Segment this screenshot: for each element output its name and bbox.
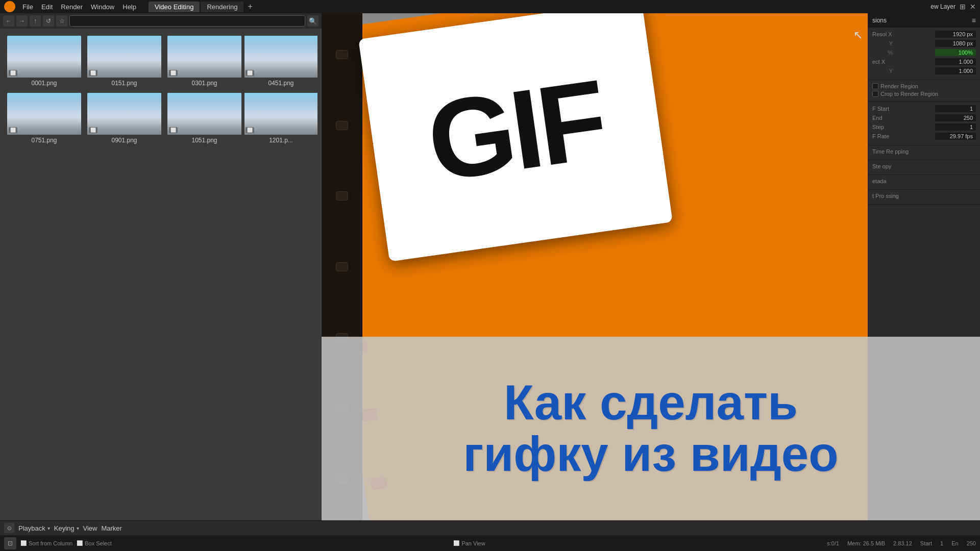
list-item[interactable]: ⬜ 0751.png	[4, 90, 84, 147]
props-header: sions ≡	[868, 13, 980, 28]
props-resolution-pct-value[interactable]: 100%	[935, 49, 976, 56]
view-menu-label[interactable]: View	[83, 524, 97, 532]
thumb-name-0901: 0901.png	[111, 137, 137, 144]
props-resolution-x-value[interactable]: 1920 px	[935, 31, 976, 38]
props-stereoscopy-row: Ste opy	[872, 163, 976, 169]
menu-file[interactable]: File	[18, 2, 37, 12]
crop-render-label: Crop to Render Region	[880, 91, 938, 97]
thumb-name-0751: 0751.png	[31, 137, 57, 144]
props-menu-button[interactable]: ≡	[972, 16, 976, 24]
thumb-1051: ⬜	[167, 93, 241, 135]
box-select-icon: ⬜	[77, 540, 83, 546]
thumb-name-0151: 0151.png	[111, 80, 137, 87]
list-item[interactable]: ⬜ 0001.png	[4, 33, 84, 90]
props-metadata-section: etada	[868, 175, 980, 190]
props-metadata-row: etada	[872, 178, 976, 184]
props-resolution-pct-row: % 100%	[872, 49, 976, 56]
list-item[interactable]: ⬜ 1051.png	[164, 90, 244, 147]
render-region-checkbox[interactable]	[872, 83, 878, 89]
thumb-0301: ⬜	[167, 36, 241, 78]
fb-nav-up[interactable]: ↑	[30, 15, 41, 27]
props-aspect-y-label: Y	[872, 68, 893, 74]
thumb-0151: ⬜	[87, 36, 161, 78]
timeline-panel-icon[interactable]: ⊙	[4, 523, 14, 533]
top-menubar: File Edit Render Window Help Video Editi…	[0, 0, 980, 13]
props-aspect-x-value[interactable]: 1.000	[935, 58, 976, 65]
props-frame-rate-value[interactable]: 29.97 fps	[935, 133, 976, 140]
props-frame-start-label: F Start	[872, 106, 889, 112]
props-aspect-y-row: Y 1.000	[872, 67, 976, 74]
fb-nav-forward[interactable]: →	[16, 15, 28, 27]
workspace-rendering[interactable]: Rendering	[201, 2, 243, 12]
props-frame-end-label: End	[872, 115, 883, 121]
props-time-remapping-section: Time Re pping	[868, 145, 980, 160]
film-hole	[336, 262, 348, 271]
fb-nav-refresh[interactable]: ↺	[43, 15, 54, 27]
list-item[interactable]: ⬜ 1201.p...	[244, 90, 317, 147]
thumb-name-1051: 1051.png	[191, 137, 217, 144]
props-frame-step-label: Step	[872, 124, 884, 130]
list-item[interactable]: ⬜ 0901.png	[84, 90, 164, 147]
props-frame-rate-label: F Rate	[872, 133, 889, 139]
props-frame-end-value[interactable]: 250	[935, 114, 976, 121]
fb-nav-bookmark[interactable]: ☆	[56, 15, 67, 27]
crop-render-row: Crop to Render Region	[872, 91, 976, 97]
thumb-0451: ⬜	[244, 36, 317, 78]
keying-section: Keying ▾	[54, 524, 79, 532]
crop-render-checkbox[interactable]	[872, 91, 878, 97]
film-hole	[336, 191, 348, 201]
keying-arrow: ▾	[77, 525, 79, 531]
menu-render[interactable]: Render	[57, 2, 87, 12]
fb-search-button[interactable]: 🔍	[307, 15, 318, 27]
fb-nav-back[interactable]: ←	[3, 15, 14, 27]
timeline-toolbar: ⊙ Playback ▾ Keying ▾ View Marker	[0, 521, 980, 535]
props-frame-start-row: F Start 1	[872, 105, 976, 112]
status-end-label: En	[951, 540, 958, 546]
fb-path-input[interactable]	[69, 15, 305, 27]
status-render-mem: 2.83.12	[893, 540, 912, 546]
workspace-video-editing[interactable]: Video Editing	[149, 2, 200, 12]
menu-edit[interactable]: Edit	[37, 2, 57, 12]
workspace-add[interactable]: +	[244, 2, 255, 11]
view-layer-expand-icon[interactable]: ⊞	[960, 3, 966, 11]
props-aspect-x-row: ect X 1.000	[872, 58, 976, 65]
blender-logo	[4, 1, 15, 12]
box-select-label[interactable]: Box Select	[85, 540, 112, 546]
props-frame-step-value[interactable]: 1	[935, 123, 976, 131]
sort-from-column-label[interactable]: Sort from Column	[29, 540, 72, 546]
keying-label[interactable]: Keying	[54, 524, 75, 532]
thumb-name-0301: 0301.png	[191, 80, 217, 87]
file-browser-panel: ← → ↑ ↺ ☆ 🔍 ⬜ 0001.png ⬜ 0151.png ⬜	[0, 13, 322, 520]
menu-window[interactable]: Window	[87, 2, 118, 12]
playback-label[interactable]: Playback	[18, 524, 45, 532]
snapshot-icon[interactable]: ⊡	[4, 537, 16, 549]
render-region-row: Render Region	[872, 83, 976, 89]
props-post-processing-label: t Pro ssing	[872, 193, 899, 199]
status-frames: s:0/1	[827, 540, 839, 546]
props-frame-start-value[interactable]: 1	[935, 105, 976, 112]
render-region-label: Render Region	[880, 83, 918, 89]
pan-view-section: ⬜ Pan View	[453, 540, 485, 546]
thumb-name-0451: 0451.png	[268, 80, 293, 87]
props-resolution-x-row: Resol X 1920 px	[872, 31, 976, 38]
list-item[interactable]: ⬜ 0451.png	[244, 33, 317, 90]
pan-view-label[interactable]: Pan View	[461, 540, 485, 546]
menu-help[interactable]: Help	[118, 2, 140, 12]
props-stereoscopy-section: Ste opy	[868, 160, 980, 175]
fb-toolbar: ← → ↑ ↺ ☆ 🔍	[0, 13, 322, 29]
playback-arrow: ▾	[47, 525, 50, 531]
view-layer-label: ew Layer	[930, 3, 955, 10]
props-aspect-y-value[interactable]: 1.000	[935, 67, 976, 74]
workspace-tabs: Video Editing Rendering +	[149, 2, 256, 12]
props-title: sions	[872, 17, 887, 24]
marker-menu-label[interactable]: Marker	[101, 524, 121, 532]
props-frame-section: F Start 1 End 250 Step 1 F Rate 29.97 fp…	[868, 102, 980, 145]
props-resolution-y-value[interactable]: 1080 px	[935, 40, 976, 47]
russian-title-line2: гифку из видео	[463, 429, 839, 480]
view-layer-close-icon[interactable]: ✕	[970, 3, 976, 11]
props-time-remapping-row: Time Re pping	[872, 148, 976, 155]
list-item[interactable]: ⬜ 0301.png	[164, 33, 244, 90]
list-item[interactable]: ⬜ 0151.png	[84, 33, 164, 90]
status-memory: Mem: 26.5 MiB	[847, 540, 885, 546]
thumb-name-1201: 1201.p...	[269, 137, 293, 144]
